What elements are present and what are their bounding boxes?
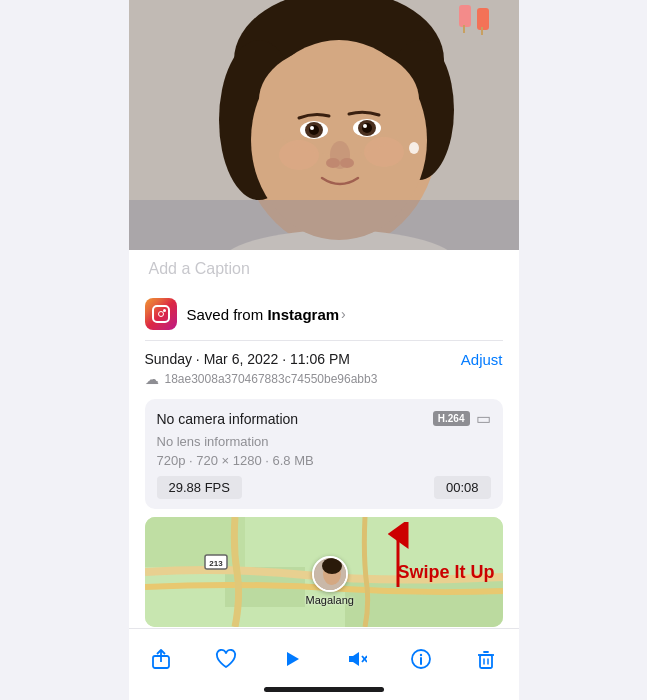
video-camera-icon: ▭ — [476, 409, 491, 428]
svg-rect-49 — [480, 655, 492, 668]
instagram-icon-spark — [163, 309, 166, 312]
svg-point-21 — [279, 140, 319, 170]
play-button[interactable] — [269, 641, 313, 677]
duration-value: 00:08 — [434, 476, 491, 499]
instagram-label-name: Instagram — [267, 306, 339, 323]
hash-text: 18ae3008a370467883c74550be96abb3 — [165, 372, 378, 386]
phone-container: Add a Caption Saved from Instagram › Sun… — [129, 0, 519, 700]
svg-rect-27 — [481, 27, 483, 35]
trash-icon — [475, 648, 497, 670]
fps-row: 29.88 FPS 00:08 — [157, 476, 491, 499]
svg-point-22 — [364, 137, 404, 167]
svg-point-48 — [420, 654, 422, 656]
info-icon — [410, 648, 432, 670]
date-info: Sunday · Mar 6, 2022 · 11:06 PM ☁ 18ae30… — [145, 351, 461, 387]
svg-text:213: 213 — [209, 559, 223, 568]
delete-button[interactable] — [464, 641, 508, 677]
badge-row: H.264 ▭ — [433, 409, 491, 428]
lens-text: No lens information — [157, 434, 491, 449]
caption-area[interactable]: Add a Caption — [129, 250, 519, 288]
swipe-text: Swipe It Up — [397, 562, 494, 582]
instagram-label: Saved from Instagram — [187, 306, 340, 323]
instagram-label-prefix: Saved from — [187, 306, 268, 323]
date-text: Sunday · Mar 6, 2022 · 11:06 PM — [145, 351, 461, 367]
home-bar — [264, 687, 384, 692]
map-location-label: Magalang — [306, 594, 354, 606]
instagram-icon-inner — [152, 305, 170, 323]
play-icon — [280, 648, 302, 670]
svg-rect-30 — [145, 517, 245, 567]
mute-icon — [345, 648, 367, 670]
instagram-chevron: › — [341, 306, 346, 322]
share-icon — [150, 648, 172, 670]
svg-point-13 — [310, 126, 314, 130]
cloud-icon: ☁ — [145, 371, 159, 387]
svg-point-12 — [309, 125, 319, 135]
date-row: Sunday · Mar 6, 2022 · 11:06 PM ☁ 18ae30… — [145, 341, 503, 391]
svg-point-37 — [322, 558, 342, 574]
camera-info-header: No camera information H.264 ▭ — [157, 409, 491, 428]
svg-rect-26 — [463, 25, 465, 33]
no-camera-text: No camera information — [157, 411, 299, 427]
favorite-button[interactable] — [204, 641, 248, 677]
share-button[interactable] — [139, 641, 183, 677]
mute-button[interactable] — [334, 641, 378, 677]
caption-placeholder: Add a Caption — [149, 260, 250, 277]
h264-badge: H.264 — [433, 411, 470, 426]
svg-point-17 — [363, 124, 367, 128]
map-section: 213 Magalang — [145, 517, 503, 628]
info-panel: Saved from Instagram › Sunday · Mar 6, 2… — [129, 288, 519, 628]
map-container[interactable]: 213 Magalang — [145, 517, 503, 627]
hash-row: ☁ 18ae3008a370467883c74550be96abb3 — [145, 371, 461, 387]
info-button[interactable] — [399, 641, 443, 677]
camera-info-box: No camera information H.264 ▭ No lens in… — [145, 399, 503, 509]
svg-rect-28 — [129, 200, 519, 250]
svg-point-23 — [409, 142, 419, 154]
home-indicator — [129, 683, 519, 700]
svg-marker-42 — [287, 652, 299, 666]
map-thumbnail — [312, 556, 348, 592]
svg-rect-25 — [477, 8, 489, 30]
resolution-text: 720p · 720 × 1280 · 6.8 MB — [157, 453, 491, 468]
adjust-metadata-button[interactable]: Adjust — [461, 351, 503, 368]
photo-area — [129, 0, 519, 250]
fps-value: 29.88 FPS — [157, 476, 242, 499]
svg-point-20 — [340, 158, 354, 168]
instagram-row[interactable]: Saved from Instagram › — [145, 288, 503, 341]
bottom-toolbar — [129, 628, 519, 683]
swipe-annotation: Swipe It Up — [397, 562, 494, 583]
svg-point-9 — [259, 45, 419, 155]
instagram-icon-dot — [158, 311, 164, 317]
svg-point-16 — [362, 123, 372, 133]
instagram-icon — [145, 298, 177, 330]
svg-rect-24 — [459, 5, 471, 27]
map-pin-area: Magalang — [306, 556, 354, 606]
heart-icon — [215, 648, 237, 670]
svg-point-19 — [326, 158, 340, 168]
svg-marker-43 — [349, 652, 359, 666]
